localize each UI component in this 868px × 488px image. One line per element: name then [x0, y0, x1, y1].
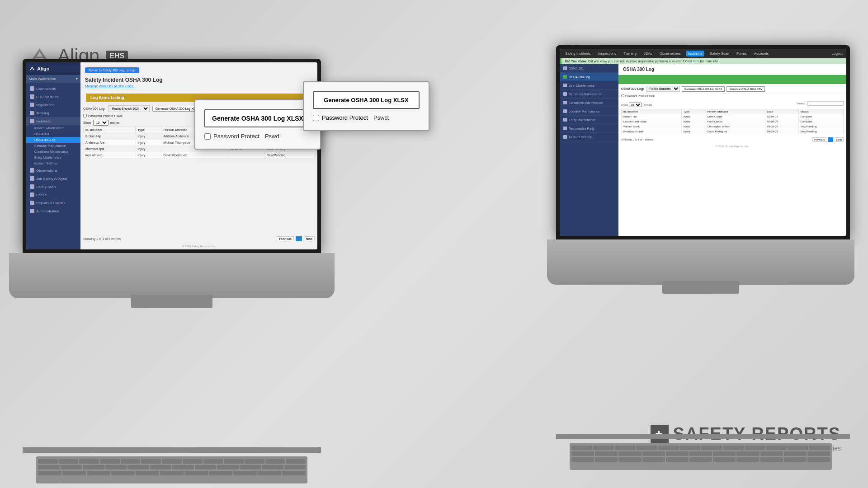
nav-jsas[interactable]: JSAs: [642, 51, 654, 56]
right-prev-btn[interactable]: Previous: [812, 137, 826, 142]
show-entries-select[interactable]: 10: [93, 120, 108, 126]
sidebar-item-training[interactable]: Training: [26, 109, 80, 117]
nav-inspections[interactable]: Inspections: [596, 51, 618, 56]
right-laptop: Safety Incidents Inspections Training JS…: [547, 45, 854, 285]
right-sidebar-responsible[interactable]: Responsible Party: [560, 124, 618, 133]
ehs-label: EHS Modules: [36, 95, 58, 99]
right-log-controls: OSHA 300 Log: Rocks Builders Generate OS…: [618, 84, 846, 94]
right-col-type: Type: [681, 109, 705, 114]
sidebar-sub-incident-maintenance[interactable]: Incident Maintenance: [26, 125, 80, 131]
nav-incidents[interactable]: Incidents: [686, 51, 704, 56]
info-link[interactable]: here: [693, 60, 699, 63]
right-search-input[interactable]: [807, 101, 844, 106]
nav-accounts[interactable]: Accounts: [752, 51, 771, 56]
sidebar-sub-incident-settings[interactable]: Incident Settings: [26, 160, 80, 166]
right-table-row[interactable]: Rodriguez Hand Injury David Rodriguez 04…: [622, 129, 844, 134]
sidebar-item-dashboards[interactable]: Dashboards: [26, 84, 80, 93]
right-generate-xlsx-btn[interactable]: Generate OSHA 300 Log XLSX: [682, 86, 725, 92]
pagination: Previous 1 Next: [277, 236, 315, 241]
show-label: Show: [83, 121, 91, 124]
right-osha-select[interactable]: Rocks Builders: [646, 86, 680, 92]
table-row[interactable]: loss of hand Injury David Rodriguez New/…: [84, 152, 315, 159]
right-sidebar-account-settings[interactable]: Account Settings: [560, 133, 618, 141]
right-col-person: Person Affected: [705, 109, 765, 114]
pwd-protect-popup-label: Password Protect: [213, 133, 259, 140]
cond-icon: [563, 101, 567, 104]
left-hinge: [23, 447, 321, 453]
inspections-label: Inspections: [36, 103, 54, 107]
sidebar-sub-osha301[interactable]: OSHA 301: [26, 131, 80, 137]
right-sidebar-user-maintenance[interactable]: User Maintenance: [560, 81, 618, 90]
forms-icon: [30, 192, 34, 197]
return-button[interactable]: Return to Safety 300 Log Listings: [85, 67, 139, 73]
right-show-select[interactable]: 10: [629, 103, 642, 107]
nav-observations[interactable]: Observations: [658, 51, 683, 56]
right-sidebar-osha201[interactable]: OSHA 201: [560, 64, 618, 73]
right-keyboard: [570, 443, 832, 470]
sidebar-item-safety-scan[interactable]: Safety Scan: [26, 183, 80, 191]
left-trackpad[interactable]: [131, 295, 212, 308]
right-generate-popup-btn[interactable]: Generate OSHA 300 Log XLSX: [313, 91, 420, 109]
grid-icon: [30, 86, 34, 91]
right-pswd-label: Pswd:: [647, 94, 655, 97]
right-entries-label: entries: [644, 103, 652, 106]
generate-xlsx-popup-btn[interactable]: Generate OSHA 300 Log XLSX: [204, 109, 311, 127]
right-table-row[interactable]: William Black Injury Christopher Wilson …: [622, 124, 844, 129]
right-osha-label: OSHA 300 Log:: [621, 87, 644, 90]
sidebar-item-observations[interactable]: Observations: [26, 166, 80, 174]
right-table-wrapper: IIE Incident Type Person Affected Date S…: [618, 109, 846, 136]
sidebar-item-ehs-modules[interactable]: EHS Modules: [26, 93, 80, 101]
right-pwd-checkbox[interactable]: [621, 94, 624, 97]
right-pwd-popup-checkbox[interactable]: [313, 115, 319, 121]
sidebar-item-incidents[interactable]: Incidents: [26, 117, 80, 125]
prev-btn[interactable]: Previous: [277, 236, 293, 241]
osha-log-select[interactable]: Rocks Branch 2024: [108, 105, 150, 112]
right-showing-text: Showing 1 to 4 of 4 entries: [621, 138, 653, 141]
right-sidebar: OSHA 201 OSHA 300 Log User Maintenance B…: [560, 64, 618, 236]
cell-type: Injury: [136, 152, 161, 159]
next-btn[interactable]: Next: [304, 236, 315, 241]
cell-date: [228, 152, 265, 159]
right-sidebar-entity[interactable]: Entity Maintenance: [560, 116, 618, 124]
obs-icon: [30, 168, 34, 173]
nav-training[interactable]: Training: [622, 51, 638, 56]
nav-safety-incidents[interactable]: Safety Incidents: [563, 51, 593, 56]
right-sidebar-location[interactable]: Location Maintenance: [560, 107, 618, 116]
right-trackpad[interactable]: [662, 281, 739, 294]
table-footer: Showing 1 to 3 of 3 entries Previous 1 N…: [80, 235, 317, 243]
sidebar-sub-behavior[interactable]: Behavior Maintenance: [26, 143, 80, 149]
right-next-btn[interactable]: Next: [835, 137, 844, 142]
right-table-row[interactable]: Broken Hip Injury Drew Calder 03-04-14 C…: [622, 114, 844, 119]
sidebar-item-reports[interactable]: Reports & Graphs: [26, 199, 80, 207]
right-pagination: Previous 1 Next: [812, 137, 844, 142]
right-generate-csv-btn[interactable]: Generate OSHA 300A CSV: [726, 86, 765, 92]
right-pwd-label: Password Protect: [625, 94, 646, 97]
osha-log-label: OSHA 300 Log:: [83, 107, 105, 110]
right-show-label: Show: [621, 103, 629, 106]
log-items-title: Log Items Listing: [90, 95, 124, 100]
right-sidebar-conditions[interactable]: Conditions Maintenance: [560, 99, 618, 107]
pwd-checkbox-popup[interactable]: [204, 133, 211, 140]
cell-type: Injury: [136, 133, 161, 140]
sidebar-sub-conditions[interactable]: Conditions Maintenance: [26, 149, 80, 155]
right-sidebar-behaviors[interactable]: Behaviors Maintenance: [560, 90, 618, 99]
nav-forms[interactable]: Forms: [735, 51, 749, 56]
right-sidebar-osha300log[interactable]: OSHA 300 Log: [560, 73, 618, 81]
sidebar-logo-text: Align: [37, 66, 50, 71]
cell-incident: Broken Hip: [84, 133, 136, 140]
sidebar-item-jsa[interactable]: Job Safety Analysis: [26, 174, 80, 183]
sidebar-item-administration[interactable]: Administration: [26, 207, 80, 215]
user-icon: [563, 84, 567, 87]
sidebar-item-inspections[interactable]: Inspections: [26, 101, 80, 109]
sidebar-sub-osha300log[interactable]: OSHA 300 Log: [26, 137, 80, 143]
pwd-protect-checkbox[interactable]: [83, 114, 87, 117]
right-table-footer: Showing 1 to 4 of 4 entries Previous 1 N…: [618, 136, 846, 143]
sidebar-sub-entity[interactable]: Entity Maintenance: [26, 155, 80, 160]
responsible-label: Responsible Party: [569, 127, 594, 130]
sidebar-item-forms[interactable]: Forms: [26, 191, 80, 199]
right-table-row[interactable]: Larson Hand Injury Injury Hank Larson 02…: [622, 119, 844, 124]
logout-link[interactable]: Logout: [832, 52, 843, 56]
sidebar-warehouse[interactable]: Main Warehouse ▾: [26, 75, 80, 83]
nav-safety-scan[interactable]: Safety Scan: [708, 51, 731, 56]
page-subtitle[interactable]: Manage your OSHA 300 Logs.: [80, 84, 317, 91]
